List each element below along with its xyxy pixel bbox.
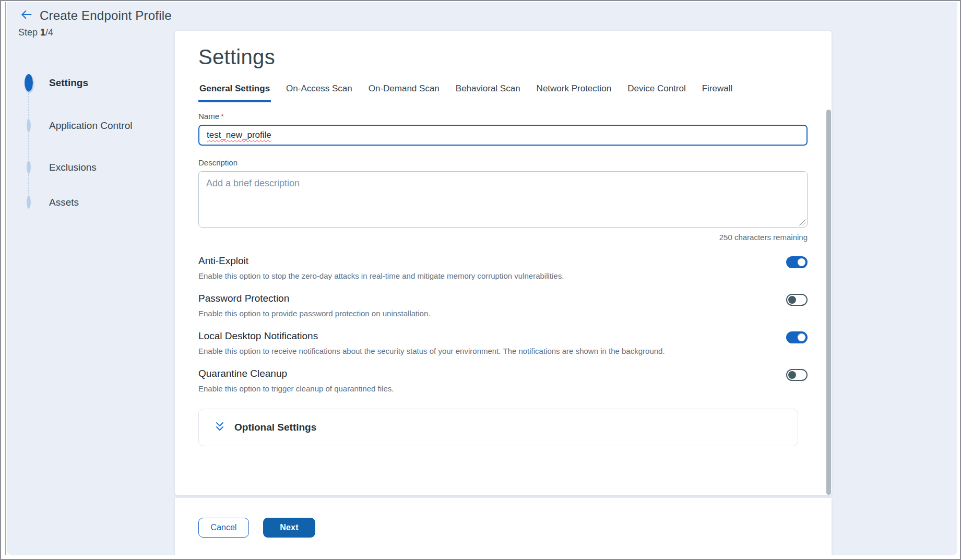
quarantine-cleanup-toggle[interactable] [786, 369, 808, 381]
description-placeholder: Add a brief description [206, 178, 300, 188]
step-counter: Step 1/4 [18, 27, 53, 38]
quarantine-cleanup-title: Quarantine Cleanup [198, 368, 394, 379]
local-desktop-notifications-toggle[interactable] [786, 331, 808, 343]
required-asterisk: * [221, 112, 224, 121]
password-protection-title: Password Protection [198, 293, 430, 304]
cancel-button[interactable]: Cancel [198, 518, 249, 538]
anti-exploit-description: Enable this option to stop the zero-day … [198, 271, 564, 280]
local-desktop-notifications-description: Enable this option to receive notificati… [198, 347, 665, 355]
characters-remaining-hint: 250 characters remaining [198, 233, 808, 242]
tab-general-settings[interactable]: General Settings [198, 80, 271, 102]
wizard-footer: Cancel Next [175, 498, 832, 555]
anti-exploit-row: Anti-Exploit Enable this option to stop … [198, 255, 808, 280]
settings-card: Settings General Settings On-Access Scan… [175, 31, 832, 495]
back-button[interactable] [20, 9, 33, 22]
password-protection-row: Password Protection Enable this option t… [198, 293, 808, 318]
step-indicator-icon [27, 163, 31, 172]
app-window: Create Endpoint Profile Step 1/4 Setting… [0, 0, 961, 560]
back-arrow-icon [20, 8, 33, 23]
optional-settings-label: Optional Settings [234, 422, 316, 433]
active-step-indicator-icon [25, 78, 33, 88]
anti-exploit-toggle[interactable] [786, 256, 808, 268]
tab-behavioral-scan[interactable]: Behavioral Scan [455, 80, 521, 102]
local-desktop-notifications-row: Local Desktop Notifications Enable this … [198, 330, 808, 355]
description-label: Description [198, 158, 808, 167]
quarantine-cleanup-description: Enable this option to trigger cleanup of… [198, 384, 394, 393]
window-edge-divider [5, 2, 6, 555]
quarantine-cleanup-row: Quarantine Cleanup Enable this option to… [198, 368, 808, 393]
name-input-value: test_new_profile [207, 130, 271, 140]
password-protection-toggle[interactable] [786, 294, 808, 306]
tab-network-protection[interactable]: Network Protection [536, 80, 613, 102]
toggle-knob [788, 371, 796, 379]
toggle-knob [798, 258, 805, 266]
create-endpoint-profile-dialog: Create Endpoint Profile Step 1/4 Setting… [7, 2, 957, 555]
optional-settings-expander[interactable]: Optional Settings [198, 409, 798, 446]
double-chevron-down-icon [213, 420, 226, 435]
name-input[interactable]: test_new_profile [198, 125, 808, 146]
password-protection-description: Enable this option to provide password p… [198, 309, 430, 318]
settings-tab-bar: General Settings On-Access Scan On-Deman… [175, 80, 832, 102]
description-textarea[interactable]: Add a brief description [198, 171, 808, 228]
main-content: Settings General Settings On-Access Scan… [175, 31, 832, 555]
section-heading: Settings [198, 45, 817, 69]
textarea-resize-handle[interactable] [799, 219, 805, 225]
tab-on-demand-scan[interactable]: On-Demand Scan [367, 80, 441, 102]
local-desktop-notifications-title: Local Desktop Notifications [198, 330, 665, 342]
stepper-connector-line [28, 91, 29, 202]
name-label: Name* [198, 112, 808, 121]
next-button[interactable]: Next [263, 518, 315, 538]
wizard-stepper-sidebar: Step 1/4 Settings Application Control Ex… [7, 23, 175, 555]
step-indicator-icon [27, 198, 31, 207]
toggle-knob [788, 296, 796, 304]
page-title: Create Endpoint Profile [40, 8, 172, 23]
toggle-knob [798, 333, 805, 341]
card-scrollbar[interactable] [826, 110, 831, 495]
general-settings-form: Name* test_new_profile Description Add a… [198, 112, 817, 446]
feature-toggle-list: Anti-Exploit Enable this option to stop … [198, 255, 808, 393]
tab-on-access-scan[interactable]: On-Access Scan [285, 80, 353, 102]
tab-firewall[interactable]: Firewall [701, 80, 734, 102]
anti-exploit-title: Anti-Exploit [198, 255, 564, 267]
step-indicator-icon [27, 121, 31, 130]
tab-device-control[interactable]: Device Control [626, 80, 687, 102]
